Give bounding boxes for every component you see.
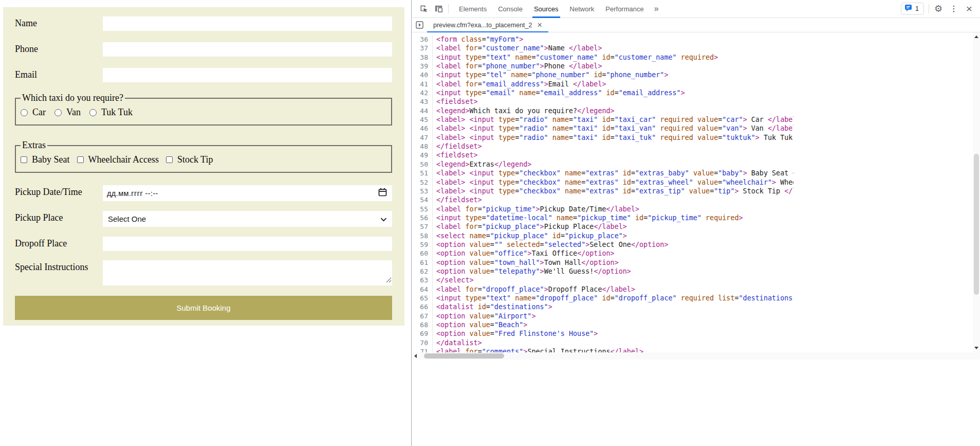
- kebab-menu-icon[interactable]: [946, 2, 961, 16]
- pickup-place-select[interactable]: Select One: [103, 211, 392, 227]
- code-text: </datalist>: [432, 338, 793, 347]
- code-line: 41<label for="email_address">Email </lab…: [412, 80, 973, 88]
- scroll-left-icon[interactable]: [414, 354, 417, 358]
- more-tabs-icon[interactable]: [650, 0, 663, 18]
- pickup-place-label: Pickup Place: [15, 211, 103, 223]
- line-number: 63: [412, 276, 432, 284]
- checkbox-icon[interactable]: [77, 156, 84, 163]
- name-row: Name: [15, 16, 392, 31]
- phone-row: Phone: [15, 42, 392, 57]
- code-line: 59<option value="" selected="selected">S…: [412, 240, 973, 249]
- line-number: 45: [412, 115, 432, 124]
- special-instructions-textarea[interactable]: [103, 260, 392, 286]
- radio-icon[interactable]: [54, 109, 62, 116]
- special-instructions-row: Special Instructions: [15, 260, 392, 286]
- file-tab-strip: preview.cfm?exa...to_placement_2: [412, 18, 980, 32]
- email-input[interactable]: [103, 68, 392, 82]
- chevron-down-icon: [380, 215, 387, 224]
- code-line: 64<label for="dropoff_place">Dropoff Pla…: [412, 285, 973, 294]
- file-tab-preview-cfm[interactable]: preview.cfm?exa...to_placement_2: [427, 18, 548, 32]
- code-line: 62<option value="telepathy">We'll Guess!…: [412, 267, 973, 276]
- calendar-icon[interactable]: [378, 188, 387, 199]
- phone-input[interactable]: [103, 42, 392, 57]
- code-text: <label for="pickup_time">Pickup Date/Tim…: [432, 205, 793, 213]
- email-row: Email: [15, 68, 392, 82]
- code-text: <input type="text" name="customer_name" …: [432, 53, 793, 62]
- taxi-option[interactable]: Van: [54, 107, 81, 118]
- code-lines[interactable]: 36<form class="myForm">37<label for="cus…: [412, 32, 973, 352]
- gear-icon[interactable]: [931, 2, 946, 16]
- scroll-down-icon[interactable]: [974, 347, 978, 349]
- extras-option[interactable]: Baby Seat: [21, 154, 70, 165]
- file-tab-label: preview.cfm?exa...to_placement_2: [433, 22, 532, 29]
- line-number: 70: [412, 338, 432, 347]
- code-text: <option value="office">Taxi Office</opti…: [432, 249, 793, 258]
- code-text: <label for="pickup_place">Pickup Place</…: [432, 222, 793, 231]
- name-label: Name: [15, 16, 103, 29]
- radio-icon[interactable]: [21, 109, 28, 116]
- source-editor: 36<form class="myForm">37<label for="cus…: [412, 32, 980, 352]
- devtools-tab-performance[interactable]: Performance: [600, 0, 649, 18]
- line-number: 66: [412, 302, 432, 311]
- extras-option[interactable]: Stock Tip: [166, 154, 213, 165]
- horizontal-scrollbar[interactable]: [412, 352, 980, 360]
- vertical-scroll-thumb[interactable]: [974, 154, 979, 295]
- code-text: <label for="comments">Special Instructio…: [432, 347, 793, 352]
- console-badge-count: 1: [915, 5, 919, 12]
- code-text: <label for="customer_name">Name </label>: [432, 44, 793, 52]
- inspect-element-icon[interactable]: [416, 2, 431, 16]
- line-number: 53: [412, 187, 432, 195]
- taxi-fieldset: Which taxi do you require? CarVanTuk Tuk: [15, 93, 392, 126]
- devtools-tab-console[interactable]: Console: [492, 0, 528, 18]
- taxi-option[interactable]: Tuk Tuk: [89, 107, 133, 118]
- dropoff-row: Dropoff Place: [15, 237, 392, 251]
- code-line: 47<label> <input type="radio" name="taxi…: [412, 133, 973, 142]
- code-text: <input type="text" name="dropoff_place" …: [432, 294, 793, 302]
- submit-booking-button[interactable]: Submit Booking: [15, 296, 392, 320]
- code-text: <fieldset>: [432, 151, 793, 159]
- line-number: 50: [412, 160, 432, 169]
- resize-grip-icon[interactable]: [386, 276, 392, 285]
- line-number: 40: [412, 70, 432, 79]
- toolbar-divider: [929, 4, 929, 13]
- vertical-scrollbar[interactable]: [973, 32, 980, 352]
- radio-icon[interactable]: [89, 109, 97, 116]
- close-devtools-icon[interactable]: [961, 2, 977, 16]
- message-icon: [905, 5, 912, 13]
- extras-option-label: Stock Tip: [177, 154, 213, 165]
- code-text: <form class="myForm">: [432, 35, 793, 44]
- submit-booking-label: Submit Booking: [176, 304, 230, 312]
- code-text: <input type="tel" name="phone_number" id…: [432, 70, 793, 79]
- horizontal-scroll-thumb[interactable]: [424, 353, 504, 359]
- line-number: 62: [412, 267, 432, 276]
- code-text: </fieldset>: [432, 142, 793, 151]
- extras-option[interactable]: Wheelchair Access: [77, 154, 159, 165]
- code-text: <legend>Which taxi do you require?</lege…: [432, 106, 793, 115]
- pickup-place-row: Pickup Place Select One: [15, 211, 392, 227]
- checkbox-icon[interactable]: [166, 156, 173, 163]
- devtools-tab-network[interactable]: Network: [564, 0, 600, 18]
- show-navigator-icon[interactable]: [412, 18, 427, 32]
- name-input[interactable]: [103, 16, 392, 31]
- devtools-tab-elements[interactable]: Elements: [453, 0, 492, 18]
- line-number: 61: [412, 258, 432, 267]
- file-tab-close-icon[interactable]: [537, 21, 542, 30]
- code-line: 38<input type="text" name="customer_name…: [412, 53, 973, 62]
- checkbox-icon[interactable]: [21, 156, 27, 163]
- console-messages-badge[interactable]: 1: [901, 3, 924, 15]
- code-line: 42<input type="email" name="email_addres…: [412, 88, 973, 97]
- dropoff-input[interactable]: [103, 237, 392, 251]
- pickup-time-input[interactable]: дд.мм.гггг --:--: [103, 185, 392, 201]
- code-text: <label> <input type="checkbox" name="ext…: [432, 169, 793, 177]
- special-instructions-label: Special Instructions: [15, 260, 103, 273]
- code-text: <select name="pickup_place" id="pickup_p…: [432, 231, 793, 240]
- devtools-tab-sources[interactable]: Sources: [528, 0, 564, 18]
- extras-option-label: Wheelchair Access: [88, 154, 159, 165]
- line-number: 60: [412, 249, 432, 258]
- device-toolbar-icon[interactable]: [431, 2, 447, 16]
- code-text: <input type="datetime-local" name="picku…: [432, 213, 793, 222]
- code-line: 56<input type="datetime-local" name="pic…: [412, 213, 973, 222]
- scroll-up-icon[interactable]: [974, 35, 978, 38]
- taxi-option[interactable]: Car: [21, 107, 46, 118]
- code-text: <option value="" selected="selected">Sel…: [432, 240, 793, 249]
